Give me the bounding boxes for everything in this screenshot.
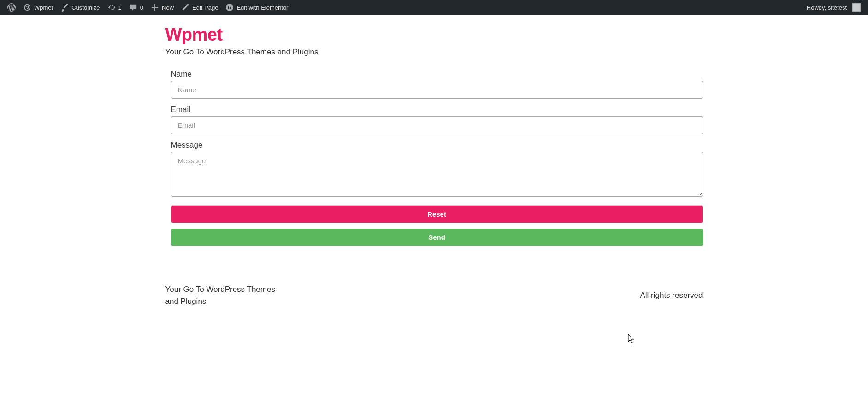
refresh-icon bbox=[107, 3, 116, 12]
site-tagline: Your Go To WordPress Themes and Plugins bbox=[165, 47, 703, 57]
howdy-label: Howdy, sitetest bbox=[807, 4, 847, 11]
admin-bar-right: Howdy, sitetest bbox=[803, 0, 864, 15]
customize-label: Customize bbox=[71, 4, 100, 11]
brush-icon bbox=[60, 3, 69, 12]
wp-logo-menu[interactable] bbox=[4, 0, 19, 15]
site-home-link[interactable]: Wpmet bbox=[19, 0, 57, 15]
message-label: Message bbox=[171, 141, 703, 150]
reset-button[interactable]: Reset bbox=[171, 205, 703, 223]
user-account-link[interactable]: Howdy, sitetest bbox=[803, 0, 864, 15]
edit-with-elementor-link[interactable]: Edit with Elementor bbox=[222, 0, 292, 15]
elementor-icon bbox=[225, 3, 234, 12]
svg-rect-3 bbox=[230, 7, 231, 8]
edit-page-link[interactable]: Edit Page bbox=[177, 0, 222, 15]
message-input[interactable] bbox=[171, 152, 703, 197]
admin-bar-left: Wpmet Customize 1 0 New bbox=[4, 0, 292, 15]
site-footer: Your Go To WordPress Themes and Plugins … bbox=[165, 284, 703, 325]
wordpress-icon bbox=[7, 3, 16, 12]
page-container: Wpmet Your Go To WordPress Themes and Pl… bbox=[160, 15, 709, 325]
comments-link[interactable]: 0 bbox=[125, 0, 147, 15]
comments-count: 0 bbox=[140, 4, 143, 11]
wp-admin-bar: Wpmet Customize 1 0 New bbox=[0, 0, 868, 15]
home-icon bbox=[23, 3, 31, 12]
customize-link[interactable]: Customize bbox=[57, 0, 103, 15]
footer-tagline: Your Go To WordPress Themes and Plugins bbox=[165, 284, 276, 307]
svg-rect-2 bbox=[230, 6, 231, 6]
admin-site-name: Wpmet bbox=[34, 4, 53, 11]
message-group: Message bbox=[171, 141, 703, 199]
svg-rect-1 bbox=[228, 6, 229, 9]
new-label: New bbox=[162, 4, 174, 11]
edit-page-label: Edit Page bbox=[192, 4, 218, 11]
pencil-icon bbox=[181, 3, 189, 12]
avatar-icon bbox=[852, 3, 861, 12]
contact-form: Name Email Message Reset Send bbox=[165, 70, 703, 251]
plus-icon bbox=[151, 3, 159, 12]
send-button[interactable]: Send bbox=[171, 229, 703, 246]
name-group: Name bbox=[171, 70, 703, 99]
footer-rights: All rights reserved bbox=[640, 291, 703, 300]
edit-elementor-label: Edit with Elementor bbox=[236, 4, 288, 11]
site-title[interactable]: Wpmet bbox=[165, 25, 703, 45]
email-label: Email bbox=[171, 105, 703, 114]
email-group: Email bbox=[171, 105, 703, 134]
comments-icon bbox=[129, 3, 137, 12]
email-input[interactable] bbox=[171, 116, 703, 134]
name-label: Name bbox=[171, 70, 703, 79]
site-header: Wpmet Your Go To WordPress Themes and Pl… bbox=[165, 15, 703, 57]
updates-link[interactable]: 1 bbox=[104, 0, 125, 15]
updates-count: 1 bbox=[118, 4, 122, 11]
name-input[interactable] bbox=[171, 81, 703, 99]
svg-rect-4 bbox=[230, 8, 231, 9]
new-content-link[interactable]: New bbox=[147, 0, 177, 15]
